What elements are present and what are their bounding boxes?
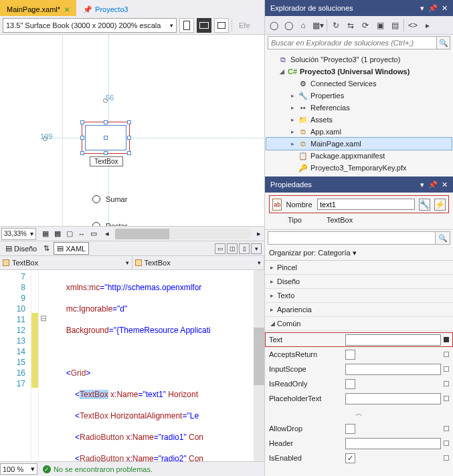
expander-icon[interactable]: ▸	[289, 140, 296, 147]
tablet-button[interactable]	[214, 18, 229, 33]
forward-icon[interactable]: ◯	[282, 19, 294, 31]
grid-dense-icon[interactable]: ▩	[52, 229, 63, 239]
sync-icon[interactable]: ↻	[330, 19, 342, 31]
expander-icon[interactable]: ◢	[278, 68, 285, 75]
tab-mainpage[interactable]: MainPage.xaml* ✕	[0, 0, 76, 16]
checkbox[interactable]	[345, 350, 355, 360]
snap-icon[interactable]: ▢	[64, 229, 75, 239]
value-marker-icon[interactable]	[444, 381, 449, 386]
tree-item[interactable]: ⚙Connected Services	[266, 78, 452, 90]
refresh-icon[interactable]: ⟳	[359, 19, 371, 31]
properties-icon[interactable]: ▤	[389, 19, 401, 31]
status-zoom-combo[interactable]: 100 %▾	[0, 463, 37, 475]
checkbox[interactable]: ✓	[345, 453, 355, 463]
category-texto[interactable]: ▸Texto	[265, 289, 453, 303]
close-icon[interactable]: ✕	[64, 6, 70, 13]
resize-handle[interactable]	[80, 120, 84, 124]
tree-item[interactable]: 🔑Proyecto3_TemporaryKey.pfx	[266, 162, 452, 174]
search-icon[interactable]: 🔍	[436, 231, 450, 245]
tree-item[interactable]: ▸🔧Properties	[266, 90, 452, 102]
wrench-icon[interactable]: 🔧	[419, 199, 430, 211]
value-marker-icon[interactable]	[444, 455, 449, 461]
scroll-right-icon[interactable]: ▸	[254, 229, 264, 238]
scroll-thumb[interactable]	[115, 229, 169, 239]
vscrollbar[interactable]	[254, 270, 264, 461]
code-member-combo[interactable]: TextBox▾	[132, 256, 265, 269]
ruler-icon[interactable]: ▭	[88, 229, 99, 239]
value-marker-icon[interactable]	[444, 366, 449, 372]
selection-textbox[interactable]	[82, 122, 130, 154]
swap-views-button[interactable]: ⇅	[43, 244, 50, 253]
textbox-control[interactable]	[85, 125, 126, 150]
orientation-landscape-button[interactable]	[197, 18, 211, 33]
prop-input[interactable]	[345, 438, 441, 449]
radio-sumar[interactable]: Sumar	[92, 195, 127, 203]
resize-handle[interactable]	[127, 151, 131, 155]
tree-project[interactable]: ◢C#Proyecto3 (Universal Windows)	[266, 66, 452, 78]
checkbox[interactable]	[345, 379, 355, 389]
value-marker-icon[interactable]	[444, 337, 449, 342]
property-search-input[interactable]	[268, 231, 436, 245]
code-lines[interactable]: xmlns:mc="http://schemas.openxmlfor mc:I…	[48, 270, 264, 461]
tree-solution[interactable]: ⧉Solución "Proyecto3" (1 proyecto)	[266, 53, 452, 66]
view-code-icon[interactable]: <>	[407, 19, 419, 31]
expander-icon[interactable]: ▸	[289, 116, 296, 123]
name-input[interactable]	[317, 199, 415, 210]
checkbox[interactable]	[345, 424, 355, 434]
tab-proyecto3[interactable]: 📌 Proyecto3	[76, 0, 135, 16]
search-icon[interactable]: 🔍	[437, 36, 450, 49]
show-all-icon[interactable]: ▣	[374, 19, 386, 31]
close-icon[interactable]: ✕	[442, 181, 448, 189]
collapse-icon[interactable]: ⇆	[345, 19, 357, 31]
value-marker-icon[interactable]	[444, 441, 449, 446]
expander-icon[interactable]: ▸	[289, 104, 296, 111]
tree-item[interactable]: ▸▪▪Referencias	[266, 102, 452, 114]
home-icon[interactable]: ⌂	[297, 19, 309, 31]
radio-restar[interactable]: Restar	[92, 222, 127, 226]
expand-pane-button[interactable]: ▾	[251, 243, 262, 254]
scope-icon[interactable]: ▦▾	[312, 19, 324, 31]
expander-icon[interactable]: ▸	[289, 92, 296, 99]
category-diseno[interactable]: ▸Diseño	[265, 275, 453, 289]
value-marker-icon[interactable]	[444, 426, 449, 431]
prop-text-input[interactable]	[345, 334, 441, 346]
prop-input[interactable]	[345, 393, 441, 404]
value-marker-icon[interactable]	[444, 396, 449, 401]
pin-icon[interactable]: 📌	[428, 181, 438, 189]
tree-item[interactable]: ▸⧉App.xaml	[266, 126, 452, 138]
scroll-left-icon[interactable]: ◂	[102, 229, 112, 238]
xaml-view-button[interactable]: ▤XAML	[54, 242, 89, 255]
tree-item-selected[interactable]: ▸⧉MainPage.xaml	[266, 138, 452, 150]
tree-item[interactable]: ▸📁Assets	[266, 114, 452, 126]
solution-tree[interactable]: ⧉Solución "Proyecto3" (1 proyecto) ◢C#Pr…	[265, 51, 453, 176]
expand-more-button[interactable]: ︿	[265, 406, 453, 421]
split-vertical-button[interactable]: ◫	[227, 243, 238, 254]
solution-search-input[interactable]	[268, 36, 437, 49]
orientation-portrait-button[interactable]	[179, 18, 194, 33]
code-editor[interactable]: 7891011121314151617 ⊟ xmlns:mc="http://s…	[0, 270, 264, 461]
design-view-button[interactable]: ▤Diseño	[3, 243, 39, 254]
code-scope-combo[interactable]: TextBox▾	[0, 256, 132, 269]
collapse-pane-button[interactable]: ▯	[239, 243, 250, 254]
events-icon[interactable]: ⚡	[434, 199, 446, 211]
snap-lines-icon[interactable]: ↔	[76, 229, 87, 239]
resize-handle[interactable]	[80, 151, 84, 155]
resize-handle[interactable]	[104, 120, 108, 124]
designer-canvas[interactable]: 109 56 TextBox Sumar Restar Button TextB…	[0, 35, 264, 226]
prop-input[interactable]	[345, 364, 441, 375]
scroll-thumb[interactable]	[254, 328, 264, 385]
expander-icon[interactable]: ▸	[289, 128, 296, 135]
preview-icon[interactable]: ▸	[422, 19, 434, 31]
tree-item[interactable]: 📋Package.appxmanifest	[266, 150, 452, 162]
window-menu-icon[interactable]: ▾	[420, 4, 424, 13]
window-menu-icon[interactable]: ▾	[420, 181, 424, 189]
hscrollbar[interactable]	[115, 229, 251, 239]
pin-icon[interactable]: 📌	[428, 4, 438, 13]
value-marker-icon[interactable]	[444, 352, 449, 357]
resize-handle[interactable]	[127, 136, 131, 140]
organize-by[interactable]: Organizar por: Categoría ▾	[265, 246, 453, 261]
device-combo[interactable]: 13.5" Surface Book (3000 x 2000) 200% es…	[3, 18, 177, 33]
category-pincel[interactable]: ▸Pincel	[265, 261, 453, 275]
resize-handle[interactable]	[127, 120, 131, 124]
category-comun[interactable]: ◢Común	[265, 317, 453, 331]
